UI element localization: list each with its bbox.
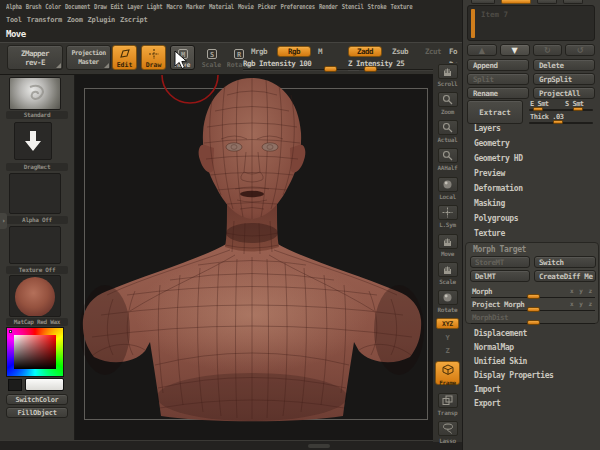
menu-marker[interactable]: Marker xyxy=(186,3,205,11)
section-geometry-hd[interactable]: Geometry HD xyxy=(463,151,600,166)
menu-stencil[interactable]: Stencil xyxy=(342,3,364,11)
clipped-top-button[interactable] xyxy=(537,0,557,4)
menu-light[interactable]: Light xyxy=(147,3,163,11)
menu-material[interactable]: Material xyxy=(209,3,234,11)
scale-mode-button[interactable]: SScale xyxy=(199,45,224,70)
append-button[interactable]: Append xyxy=(467,59,529,71)
shelf-actual-button[interactable]: Actual xyxy=(433,120,462,143)
draw-mode-button[interactable]: Draw xyxy=(141,45,166,70)
projection-master-button[interactable]: Projection Master xyxy=(66,45,111,70)
section-preview[interactable]: Preview xyxy=(463,166,600,181)
sculpt-zadd-button[interactable]: Zadd xyxy=(348,46,382,57)
menu-transform[interactable]: Transform xyxy=(27,16,62,24)
menu-stroke[interactable]: Stroke xyxy=(368,3,387,11)
subtool-arrow-2-button[interactable]: ↻ xyxy=(533,44,563,56)
menu-render[interactable]: Render xyxy=(319,3,338,11)
sculpt-zcut-button[interactable]: Zcut xyxy=(418,46,448,57)
menu-alpha[interactable]: Alpha xyxy=(6,3,22,11)
menu-zoom[interactable]: Zoom xyxy=(67,16,83,24)
subtool-arrow-3-button[interactable]: ↺ xyxy=(565,44,595,56)
clipped-top-button-active[interactable] xyxy=(501,0,531,4)
rgb-intensity-slider[interactable]: Rgb Intensity 100 xyxy=(243,58,359,70)
material-thumbnail[interactable] xyxy=(9,275,61,317)
shelf-lasso-button[interactable]: Lasso xyxy=(433,421,462,444)
menu-zscript[interactable]: Zscript xyxy=(120,16,147,24)
clipped-top-button[interactable] xyxy=(471,0,495,4)
rename-button[interactable]: Rename xyxy=(467,87,529,99)
morphdist-handle[interactable] xyxy=(527,320,540,325)
projectall-button[interactable]: ProjectAll xyxy=(533,87,595,99)
section-deformation[interactable]: Deformation xyxy=(463,181,600,196)
split-button[interactable]: Split xyxy=(467,73,529,85)
shelf-frame-button[interactable]: Frame xyxy=(435,361,460,385)
morph-target-title[interactable]: Morph Target xyxy=(473,245,526,254)
saturation-value-square[interactable] xyxy=(14,335,56,369)
section-export[interactable]: Export xyxy=(463,396,600,410)
shelf-aahalf-button[interactable]: AAHalf xyxy=(433,148,462,171)
s-smt-handle[interactable] xyxy=(573,107,583,111)
section-texture[interactable]: Texture xyxy=(463,226,600,241)
subtool-arrow-1-button[interactable]: ▼ xyxy=(500,44,530,56)
switch-button[interactable]: Switch xyxy=(534,256,596,268)
menu-macro[interactable]: Macro xyxy=(166,3,182,11)
menu-texture[interactable]: Texture xyxy=(390,3,412,11)
project-morph-slider[interactable]: Project Morphx y z xyxy=(471,299,595,311)
shelf-local-button[interactable]: Local xyxy=(433,177,462,200)
paint-mrgb-button[interactable]: Mrgb xyxy=(243,46,275,57)
paint-rgb-button[interactable]: Rgb xyxy=(277,46,311,57)
shelf-xyz-button[interactable]: XYZ xyxy=(436,318,459,329)
shelf-z-button[interactable]: Z xyxy=(433,347,462,355)
switch-color-button[interactable]: SwitchColor xyxy=(6,394,68,405)
menu-document[interactable]: Document xyxy=(65,3,90,11)
color-picker[interactable] xyxy=(6,327,64,377)
shelf-scale-button[interactable]: Scale xyxy=(433,262,462,285)
subtool-slot[interactable]: Item 7 xyxy=(467,5,595,41)
edit-mode-button[interactable]: Edit xyxy=(112,45,137,70)
menu-brush[interactable]: Brush xyxy=(26,3,42,11)
menu-picker[interactable]: Picker xyxy=(258,3,277,11)
section-masking[interactable]: Masking xyxy=(463,196,600,211)
rgb-intensity-handle[interactable] xyxy=(324,66,337,72)
paint-m-button[interactable]: M xyxy=(313,46,327,57)
section-polygroups[interactable]: Polygroups xyxy=(463,211,600,226)
brush-thumbnail[interactable] xyxy=(9,77,61,110)
storemt-button[interactable]: StoreMT xyxy=(470,256,530,268)
menu-tool[interactable]: Tool xyxy=(6,16,22,24)
section-displacement[interactable]: Displacement xyxy=(463,326,600,340)
section-import[interactable]: Import xyxy=(463,382,600,396)
move-mode-button[interactable]: MMove xyxy=(170,45,195,70)
menu-draw[interactable]: Draw xyxy=(94,3,107,11)
delete-button[interactable]: Delete xyxy=(533,59,595,71)
sculpt-zsub-button[interactable]: Zsub xyxy=(384,46,416,57)
shelf-y-button[interactable]: Y xyxy=(433,334,462,342)
main-color-swatch[interactable] xyxy=(25,378,64,391)
shelf-transp-button[interactable]: Transp xyxy=(433,393,462,416)
morphdist-slider[interactable]: MorphDist xyxy=(471,312,595,324)
z-intensity-handle[interactable] xyxy=(364,66,377,72)
section-normalmap[interactable]: NormalMap xyxy=(463,340,600,354)
section-display-properties[interactable]: Display Properties xyxy=(463,368,600,382)
texture-thumbnail[interactable] xyxy=(9,226,61,264)
menu-layer[interactable]: Layer xyxy=(127,3,143,11)
fill-object-button[interactable]: FillObject xyxy=(6,407,68,418)
creatediff-mesh-button[interactable]: CreateDiff Me xyxy=(534,270,596,282)
grpsplit-button[interactable]: GrpSplit xyxy=(533,73,595,85)
shelf-scroll-button[interactable]: Scroll xyxy=(433,64,462,87)
e-smt-handle[interactable] xyxy=(533,107,543,111)
alpha-thumbnail[interactable] xyxy=(9,173,61,214)
morph-slider[interactable]: Morphx y z xyxy=(471,286,595,298)
shelf-zoom-button[interactable]: Zoom xyxy=(433,92,462,115)
section-geometry[interactable]: Geometry xyxy=(463,136,600,151)
subtool-arrow-0-button[interactable]: ▲ xyxy=(467,44,497,56)
shelf-l-sym-button[interactable]: L.Sym xyxy=(433,205,462,228)
tray-divider-handle[interactable]: › xyxy=(0,213,7,229)
secondary-color-swatch[interactable] xyxy=(8,379,22,391)
zmapper-button[interactable]: ZMapper rev-E xyxy=(7,45,63,70)
clipped-top-button[interactable] xyxy=(563,0,583,4)
delmt-button[interactable]: DelMT xyxy=(470,270,530,282)
section-unified-skin[interactable]: Unified Skin xyxy=(463,354,600,368)
shelf-move-button[interactable]: Move xyxy=(433,234,462,257)
canvas-viewport[interactable] xyxy=(75,75,433,442)
menu-zplugin[interactable]: Zplugin xyxy=(88,16,115,24)
shelf-rotate-button[interactable]: Rotate xyxy=(433,290,462,313)
